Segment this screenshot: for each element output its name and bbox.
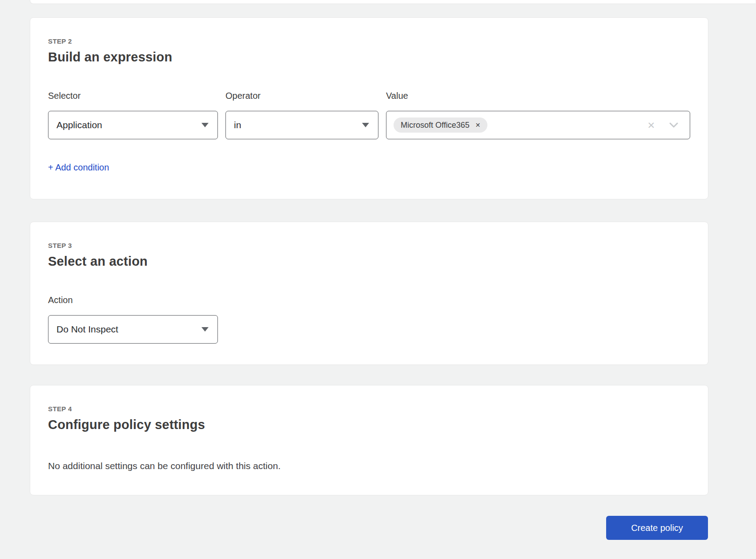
action-label: Action bbox=[48, 295, 218, 305]
policy-builder-page: STEP 2 Build an expression Selector Appl… bbox=[0, 0, 756, 559]
selector-selected-value: Application bbox=[56, 120, 102, 130]
step-2-card: STEP 2 Build an expression Selector Appl… bbox=[30, 17, 708, 199]
chevron-down-icon[interactable] bbox=[669, 122, 678, 128]
value-tag-text: Microsoft Office365 bbox=[401, 121, 470, 130]
step-3-card: STEP 3 Select an action Action Do Not In… bbox=[30, 222, 708, 365]
selector-field-group: Selector Application bbox=[48, 90, 218, 139]
operator-label: Operator bbox=[225, 90, 378, 101]
value-label: Value bbox=[386, 90, 690, 101]
value-multiselect-input[interactable]: Microsoft Office365 ✕ ✕ bbox=[386, 111, 690, 139]
operator-selected-value: in bbox=[234, 120, 241, 130]
value-field-group: Value Microsoft Office365 ✕ ✕ bbox=[386, 90, 690, 139]
step-2-label: STEP 2 bbox=[48, 37, 690, 45]
remove-tag-icon[interactable]: ✕ bbox=[475, 122, 481, 128]
clear-all-icon[interactable]: ✕ bbox=[647, 121, 655, 130]
operator-dropdown[interactable]: in bbox=[225, 111, 378, 139]
action-selected-value: Do Not Inspect bbox=[56, 324, 118, 335]
step-3-title: Select an action bbox=[48, 254, 690, 269]
step-4-title: Configure policy settings bbox=[48, 417, 690, 432]
action-field-group: Action Do Not Inspect bbox=[48, 295, 218, 344]
multiselect-icons: ✕ bbox=[647, 121, 678, 130]
chevron-down-icon bbox=[201, 327, 209, 332]
step-2-title: Build an expression bbox=[48, 49, 690, 65]
action-dropdown[interactable]: Do Not Inspect bbox=[48, 315, 218, 344]
chevron-down-icon bbox=[362, 123, 369, 127]
operator-field-group: Operator in bbox=[225, 90, 378, 139]
value-tag: Microsoft Office365 ✕ bbox=[394, 117, 487, 133]
step-4-card: STEP 4 Configure policy settings No addi… bbox=[30, 385, 708, 495]
action-fields-row: Action Do Not Inspect bbox=[48, 295, 690, 344]
chevron-down-icon bbox=[201, 123, 209, 127]
step-3-label: STEP 3 bbox=[48, 242, 690, 249]
no-settings-note: No additional settings can be configured… bbox=[48, 461, 690, 471]
step-4-label: STEP 4 bbox=[48, 405, 690, 413]
add-condition-link[interactable]: + Add condition bbox=[48, 162, 109, 173]
selector-label: Selector bbox=[48, 90, 218, 101]
selector-dropdown[interactable]: Application bbox=[48, 111, 218, 139]
previous-card-bottom-edge bbox=[30, 0, 756, 4]
expression-fields-row: Selector Application Operator in Value M… bbox=[48, 90, 690, 139]
create-policy-button[interactable]: Create policy bbox=[606, 516, 708, 540]
